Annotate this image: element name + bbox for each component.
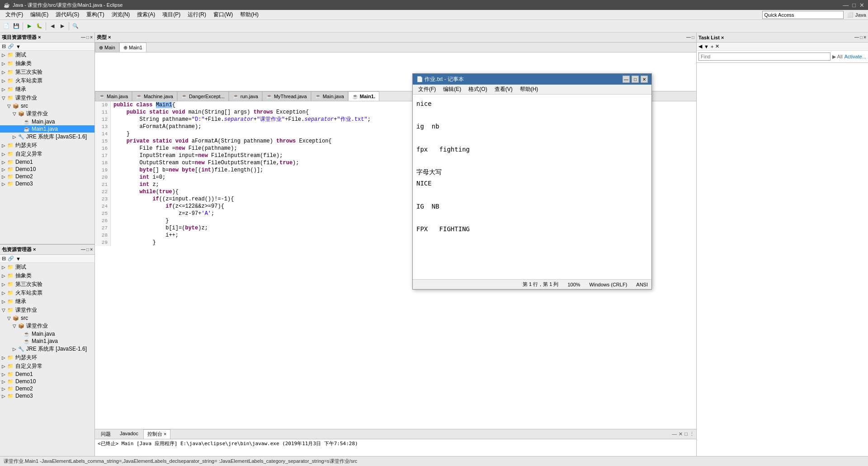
pkg-menu-btn[interactable]: ▼ (16, 256, 21, 262)
debug-button[interactable]: 🐛 (35, 22, 44, 31)
pkg-tree-test[interactable]: ▷📁测试 (0, 263, 94, 271)
menu-edit[interactable]: 编辑(E) (27, 10, 52, 19)
menu-search[interactable]: 搜索(A) (133, 10, 159, 19)
pkg-tree-joseph[interactable]: ▷📁约瑟夫环 (0, 353, 94, 362)
task-max-btn[interactable]: □ (860, 35, 863, 40)
editor-tab-run[interactable]: ☕ run.java (229, 91, 262, 101)
task-toolbar-btn1[interactable]: ◀ (698, 43, 702, 49)
pkg-tree-train[interactable]: ▷📁火车站卖票 (0, 289, 94, 297)
forward-button[interactable]: ▶ (58, 22, 67, 31)
tree-item-abstract[interactable]: ▷📁抽象类 (0, 59, 94, 68)
pkg-tree-src[interactable]: ▽📦src (0, 314, 94, 322)
search-button[interactable]: 🔍 (71, 22, 80, 31)
notepad-close-btn[interactable]: ✕ (641, 76, 648, 83)
types-min-btn[interactable]: — (686, 35, 691, 40)
editor-tab-danger[interactable]: ☕ DangerExcept... (177, 91, 229, 101)
editor-tab-machine[interactable]: ☕ Machine.java (132, 91, 177, 101)
menu-file[interactable]: 文件(F) (2, 10, 27, 19)
editor-tab-main2[interactable]: ☕ Main.java (311, 91, 348, 101)
pkg-tree-demo10[interactable]: ▷📁Demo10 (0, 378, 94, 385)
panel-maximize-btn[interactable]: □ (86, 35, 89, 40)
panel-minimize-btn[interactable]: — (81, 35, 85, 40)
pkg-tree-homework[interactable]: ▽📁课堂作业 (0, 306, 94, 314)
notepad-menu-format[interactable]: 格式(O) (465, 85, 491, 94)
tree-item-train[interactable]: ▷📁火车站卖票 (0, 76, 94, 85)
menu-run[interactable]: 运行(R) (184, 10, 210, 19)
tree-item-exp3[interactable]: ▷📁第三次实验 (0, 68, 94, 76)
pkg-tree-exp3[interactable]: ▷📁第三次实验 (0, 280, 94, 289)
tree-item-demo1[interactable]: ▷📁Demo1 (0, 158, 94, 166)
minimize-button[interactable]: — (843, 2, 849, 9)
tree-item-main[interactable]: ☕Main.java (0, 118, 94, 125)
tree-item-test[interactable]: ▷📁测试 (0, 51, 94, 59)
pkg-close-btn[interactable]: × (90, 247, 93, 252)
menu-help[interactable]: 帮助(H) (236, 10, 262, 19)
task-activate-label[interactable]: Activate... (844, 54, 866, 59)
console-clear-btn[interactable]: ✕ (679, 431, 683, 437)
menu-navigate[interactable]: 浏览(N) (108, 10, 134, 19)
task-min-btn[interactable]: — (854, 35, 859, 40)
console-maximize-btn[interactable]: □ (684, 431, 688, 437)
notepad-menu-view[interactable]: 查看(V) (491, 85, 516, 94)
pkg-link-btn[interactable]: 🔗 (8, 256, 14, 262)
notepad-minimize-btn[interactable]: — (623, 76, 630, 83)
console-more-btn[interactable]: ⋮ (689, 431, 694, 437)
run-button[interactable]: ▶ (25, 22, 34, 31)
tree-item-demo10[interactable]: ▷📁Demo10 (0, 166, 94, 173)
editor-tab-mainjava[interactable]: ☕ Main.java (95, 91, 132, 101)
back-button[interactable]: ◀ (48, 22, 57, 31)
pkg-minimize-btn[interactable]: — (81, 247, 85, 252)
tree-item-main1[interactable]: ☕Main1.java (0, 125, 94, 133)
task-toolbar-btn3[interactable]: + (711, 44, 713, 49)
pkg-tree-pkg[interactable]: ▽📦课堂作业 (0, 322, 94, 330)
task-search-input[interactable] (698, 52, 830, 61)
link-editor-btn[interactable]: 🔗 (8, 43, 14, 49)
console-minimize-btn[interactable]: — (672, 431, 677, 437)
type-tab-main1[interactable]: ⊕ Main1 (119, 43, 146, 52)
tree-item-homework[interactable]: ▽📁课堂作业 (0, 94, 94, 102)
menu-refactor[interactable]: 重构(T) (83, 10, 108, 19)
quick-access-input[interactable] (762, 11, 844, 19)
editor-tab-mythread[interactable]: ☕ MyThread.java (262, 91, 311, 101)
menu-project[interactable]: 项目(P) (159, 10, 184, 19)
tree-item-pkg[interactable]: ▽📦课堂作业 (0, 109, 94, 118)
console-tab-console[interactable]: 控制台 × (143, 429, 170, 439)
maximize-button[interactable]: □ (852, 2, 856, 9)
tree-item-demo2[interactable]: ▷📁Demo2 (0, 173, 94, 180)
types-max-btn[interactable]: □ (692, 35, 694, 40)
panel-close-btn[interactable]: × (90, 35, 93, 40)
new-button[interactable]: 📄 (2, 22, 11, 31)
notepad-menu-edit[interactable]: 编辑(E) (439, 85, 465, 94)
tree-item-inherit[interactable]: ▷📁继承 (0, 85, 94, 94)
pkg-tree-main[interactable]: ☕Main.java (0, 330, 94, 338)
pkg-tree-demo1[interactable]: ▷📁Demo1 (0, 371, 94, 378)
tree-item-src[interactable]: ▽📦src (0, 102, 94, 109)
task-close-btn[interactable]: × (863, 35, 866, 40)
pkg-tree-jre[interactable]: ▷🔧JRE 系统库 [JavaSE-1.6] (0, 345, 94, 353)
task-toolbar-btn2[interactable]: ▼ (704, 44, 709, 49)
tree-item-jre[interactable]: ▷🔧JRE 系统库 [JavaSE-1.6] (0, 133, 94, 141)
pkg-tree-exception[interactable]: ▷📁自定义异常 (0, 362, 94, 371)
pkg-tree-abstract[interactable]: ▷📁抽象类 (0, 271, 94, 280)
notepad-menu-file[interactable]: 文件(F) (415, 85, 439, 94)
tree-item-joseph[interactable]: ▷📁约瑟夫环 (0, 141, 94, 150)
pkg-tree-main1[interactable]: ☕Main1.java (0, 338, 94, 345)
pkg-tree-demo3[interactable]: ▷📁Demo3 (0, 392, 94, 399)
task-all-label[interactable]: ▶ All (832, 54, 843, 60)
console-tab-problems[interactable]: 问题 (97, 429, 115, 439)
type-tab-main[interactable]: ⊕ Main (95, 43, 119, 52)
save-button[interactable]: 💾 (12, 22, 21, 31)
tree-item-demo3[interactable]: ▷📁Demo3 (0, 180, 94, 187)
pkg-maximize-btn[interactable]: □ (86, 247, 89, 252)
notepad-content[interactable]: nice ig nb fpx fighting 字母大写 NICE IG NB … (413, 95, 651, 279)
console-tab-javadoc[interactable]: Javadoc (116, 429, 142, 439)
pkg-tree-demo2[interactable]: ▷📁Demo2 (0, 385, 94, 392)
tree-item-exception[interactable]: ▷📁自定义异常 (0, 150, 94, 158)
perspective-icon[interactable]: ⬜ (847, 12, 854, 18)
task-toolbar-btn4[interactable]: ✕ (715, 43, 719, 49)
menu-window[interactable]: 窗口(W) (210, 10, 236, 19)
menu-source[interactable]: 源代码(S) (52, 10, 83, 19)
view-menu-btn[interactable]: ▼ (16, 44, 21, 49)
pkg-collapse-btn[interactable]: ⊟ (2, 256, 6, 262)
editor-tab-main1[interactable]: ☕ Main1. (348, 91, 379, 101)
